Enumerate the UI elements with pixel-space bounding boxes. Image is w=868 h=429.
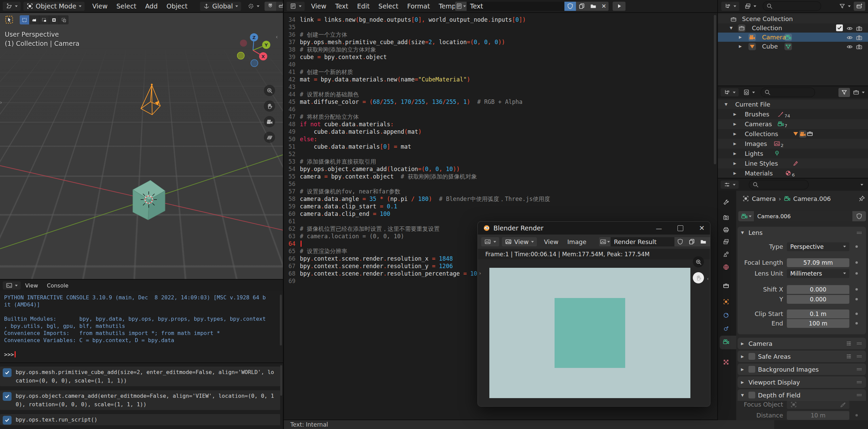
image-datablock-name-field[interactable]: Render Result: [611, 237, 674, 246]
text-editor-menu-format[interactable]: Format: [403, 2, 434, 10]
panel-safe-areas[interactable]: ▶Safe Areas: [738, 351, 866, 362]
breadcrumb-object[interactable]: Camera: [752, 195, 776, 202]
mode-dropdown[interactable]: Object Mode: [23, 2, 85, 11]
blend-row-collections[interactable]: ▶Collections: [718, 129, 868, 139]
outliner-row-camera[interactable]: ▶Camera: [718, 33, 868, 42]
animate-dot[interactable]: [855, 261, 858, 264]
text-editor-scrollbar[interactable]: [714, 15, 716, 164]
open-image-button[interactable]: [698, 237, 709, 246]
expander-icon[interactable]: ▶: [731, 112, 738, 116]
y-field[interactable]: 0.000: [787, 295, 849, 304]
text-datablock-browse-button[interactable]: [455, 2, 467, 11]
properties-options-dropdown[interactable]: [861, 184, 863, 186]
render-zoom-button[interactable]: [693, 256, 704, 267]
image-editor-type-button[interactable]: [481, 237, 499, 246]
console-scrollbar[interactable]: [280, 295, 282, 346]
lens-unit-dropdown[interactable]: Millimeters: [787, 269, 849, 278]
properties-tab-tool[interactable]: [723, 199, 731, 207]
properties-tab-world[interactable]: [723, 263, 731, 272]
blend-outliner-filter-button[interactable]: [838, 88, 850, 97]
blend-row-cameras[interactable]: ▶Cameras7: [718, 119, 868, 129]
navigation-gizmo[interactable]: Z Y X: [237, 33, 271, 67]
blend-row-line-styles[interactable]: ▶Line Styles: [718, 158, 868, 168]
transform-orientation-dropdown[interactable]: Global: [200, 2, 241, 11]
maximize-button[interactable]: [677, 225, 683, 231]
close-button[interactable]: ✕: [699, 224, 705, 232]
active-tool-button[interactable]: [4, 15, 14, 24]
toggle-ortho-button[interactable]: [264, 132, 275, 143]
select-extend-button[interactable]: [30, 15, 39, 24]
properties-tab-constraints[interactable]: [723, 312, 731, 320]
fake-user-shield-button[interactable]: [564, 2, 576, 11]
expander-icon[interactable]: ▶: [731, 122, 738, 126]
outliner-editor-type-button[interactable]: [721, 2, 739, 11]
console-menu-view[interactable]: View: [21, 282, 42, 289]
blend-file-display-mode-dropdown[interactable]: [740, 88, 758, 96]
panel-checkbox[interactable]: [748, 353, 755, 360]
unlink-image-button[interactable]: ✕: [709, 237, 710, 246]
select-intersect-button[interactable]: [59, 15, 69, 24]
open-text-button[interactable]: [587, 2, 599, 11]
new-collection-button[interactable]: [854, 2, 865, 11]
properties-tab-view-layer[interactable]: [723, 238, 731, 247]
outliner-row-collection[interactable]: ▼Collection: [718, 23, 868, 33]
disable-render-toggle[interactable]: [856, 43, 863, 50]
camera-fake-user-button[interactable]: [852, 211, 866, 221]
zoom-view-button[interactable]: [264, 85, 275, 96]
outliner-row-cube[interactable]: ▶Cube: [718, 42, 868, 51]
properties-tab-output[interactable]: [723, 226, 731, 235]
expander-icon[interactable]: ▶: [731, 161, 738, 166]
animate-dot[interactable]: [855, 298, 858, 300]
camera-view-button[interactable]: [264, 116, 275, 127]
lens-panel-header[interactable]: ▼ Lens: [738, 227, 866, 238]
new-image-button[interactable]: [686, 237, 698, 246]
viewport-menu-view[interactable]: View: [88, 2, 112, 10]
render-pan-button[interactable]: [693, 272, 704, 283]
pin-icon[interactable]: [858, 195, 865, 202]
expander-icon[interactable]: ▶: [737, 35, 744, 39]
hide-viewport-toggle[interactable]: [846, 24, 853, 32]
properties-tab-render[interactable]: [723, 214, 731, 223]
expander-icon[interactable]: ▶: [731, 132, 738, 136]
text-editor-type-button[interactable]: [287, 2, 305, 11]
properties-tab-physics[interactable]: [723, 325, 731, 334]
animate-dot[interactable]: [855, 272, 858, 275]
render-window-titlebar[interactable]: Blender Render — ✕: [478, 222, 710, 235]
blend-row-brushes[interactable]: ▶Brushes74: [718, 109, 868, 119]
properties-tab-object[interactable]: [723, 298, 731, 307]
outliner-display-mode-dropdown[interactable]: [741, 2, 759, 11]
blend-outliner-editor-type-button[interactable]: [721, 88, 739, 96]
animate-dot[interactable]: [855, 288, 858, 291]
console-editor-type-button[interactable]: [3, 281, 21, 290]
text-editor-menu-select[interactable]: Select: [374, 2, 403, 10]
info-log-entry[interactable]: bpy.ops.object.camera_add(enter_editmode…: [0, 390, 280, 410]
expander-icon[interactable]: ▼: [723, 102, 729, 107]
animate-dot[interactable]: [855, 322, 858, 324]
text-editor-menu-text[interactable]: Text: [331, 2, 352, 10]
text-datablock-name-field[interactable]: Text: [467, 2, 564, 11]
gizmo-neg-z[interactable]: [251, 60, 258, 67]
log-checkbox[interactable]: [3, 368, 12, 377]
render-right-arrow[interactable]: ‹: [707, 276, 709, 281]
blend-outliner-collection-dropdown[interactable]: [851, 88, 866, 97]
expander-icon[interactable]: ▶: [737, 44, 744, 49]
animate-dot[interactable]: [855, 313, 858, 315]
properties-tab-texture[interactable]: [723, 358, 731, 367]
viewport-menu-add[interactable]: Add: [141, 2, 162, 10]
blend-row-current-file[interactable]: ▼Current File: [718, 100, 868, 109]
python-console[interactable]: ViewConsole PYTHON INTERACTIVE CONSOLE 3…: [0, 280, 283, 362]
info-scrollbar[interactable]: [280, 365, 282, 396]
panel-checkbox[interactable]: [748, 366, 755, 373]
blend-row-lights[interactable]: ▶Lights: [718, 149, 868, 158]
animate-dot[interactable]: [855, 245, 858, 248]
camera-object-wireframe[interactable]: [136, 81, 170, 119]
distance-animate-dot[interactable]: [855, 414, 858, 416]
log-checkbox[interactable]: [3, 392, 12, 401]
shift-x-field[interactable]: 0.000: [787, 285, 849, 294]
breadcrumb-data[interactable]: Camera.006: [793, 195, 831, 202]
collection-checkbox[interactable]: [836, 24, 843, 31]
console-prompt[interactable]: >>>: [4, 351, 16, 358]
sidebar-collapse-arrow[interactable]: ‹: [276, 34, 278, 40]
info-log-entry[interactable]: bpy.ops.mesh.primitive_cube_add(size=2, …: [0, 367, 280, 386]
snap-toggle-button[interactable]: [265, 2, 276, 11]
